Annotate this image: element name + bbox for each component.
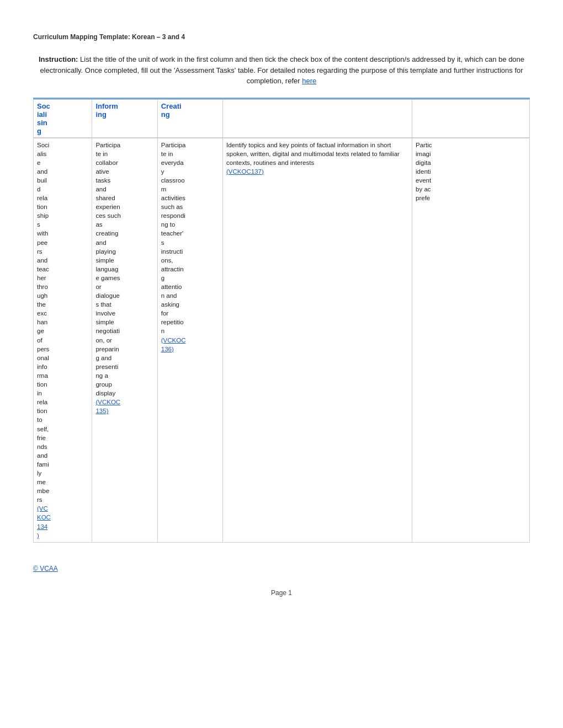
- cell-desc2: Particimagidigitaidentieventby acprefe: [412, 138, 530, 543]
- header-socialising-label: Socialising: [37, 102, 50, 135]
- link-vckoc136[interactable]: (VCKOC136): [161, 337, 186, 352]
- table-wrapper: Socialising Informing Creating Socialise…: [33, 98, 530, 543]
- main-table: Socialising Informing Creating Socialise…: [33, 99, 530, 543]
- header-informing-label: Informing: [95, 102, 118, 119]
- cell-creating: Participate ineverydayclassroomactivitie…: [157, 138, 222, 543]
- link-vckoc135[interactable]: (VCKOC135): [95, 399, 120, 414]
- table-header-row: Socialising Informing Creating: [34, 99, 530, 138]
- link-vckoc137[interactable]: (VCKOC137): [226, 168, 264, 175]
- link-vckoc134[interactable]: (VCKOC134): [37, 505, 51, 538]
- instruction-block: Instruction: List the title of the unit …: [33, 54, 530, 87]
- table-row: Socialiseandbuildrelationshipswithpeersa…: [34, 138, 530, 543]
- doc-title: Curriculum Mapping Template: Korean – 3 …: [33, 33, 530, 41]
- footer: © VCAA Page 1: [33, 565, 530, 597]
- cell-desc1: Identify topics and key points of factua…: [223, 138, 412, 543]
- instruction-text: List the title of the unit of work in th…: [40, 55, 524, 85]
- page-number: Page 1: [33, 589, 530, 597]
- vcaa-link[interactable]: © VCAA: [33, 565, 58, 572]
- header-creating: Creating: [157, 99, 222, 138]
- header-socialising: Socialising: [34, 99, 92, 138]
- instruction-link[interactable]: here: [302, 77, 316, 85]
- header-desc1: [223, 99, 412, 138]
- header-creating-label: Creating: [161, 102, 182, 119]
- cell-socialising: Socialiseandbuildrelationshipswithpeersa…: [34, 138, 92, 543]
- header-desc2: [412, 99, 530, 138]
- header-informing: Informing: [92, 99, 157, 138]
- cell-informing: Participate incollaborativetasksandshare…: [92, 138, 157, 543]
- page: Curriculum Mapping Template: Korean – 3 …: [0, 0, 563, 619]
- instruction-label: Instruction:: [39, 55, 78, 63]
